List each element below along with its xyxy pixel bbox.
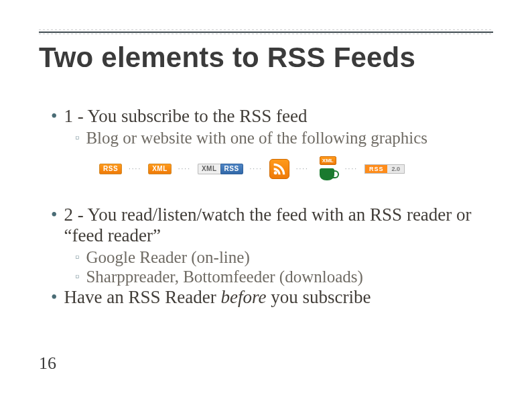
bullet-3-text: Have an RSS Reader before you subscribe — [64, 287, 371, 308]
bullet-1: • 1 - You subscribe to the RSS feed — [51, 106, 493, 127]
separator-dots-icon: ···· — [345, 165, 358, 172]
bullet-3-italic: before — [220, 287, 266, 307]
cup-flag-label: XML — [320, 156, 336, 165]
bullet-dot-icon: • — [51, 106, 57, 127]
bullet-3-prefix: Have an RSS Reader — [64, 287, 220, 307]
bullet-2-sub-1-text: Google Reader (on-line) — [86, 247, 249, 268]
xml-badge-icon: XML — [148, 164, 172, 174]
cup-body-icon — [320, 168, 334, 180]
bullet-dot-icon: • — [51, 287, 57, 308]
xml-rss-pair-icon: XML RSS — [198, 164, 243, 174]
bullet-3-suffix: you subscribe — [266, 287, 371, 307]
svg-point-0 — [273, 171, 277, 174]
separator-dots-icon: ···· — [129, 165, 141, 172]
sub-bullet-icon: ▫ — [75, 131, 79, 151]
bullet-1-sub-1-text: Blog or website with one of the followin… — [86, 128, 427, 148]
page-number: 16 — [39, 353, 56, 374]
bullet-1-text: 1 - You subscribe to the RSS feed — [64, 106, 307, 127]
rss20-right: 2.0 — [387, 165, 404, 173]
bullet-2-sub-1: ▫ Google Reader (on-line) — [75, 247, 493, 268]
bullet-2-sub-2-text: Sharppreader, Bottomfeeder (downloads) — [86, 267, 362, 287]
bullet-dot-icon: • — [51, 205, 57, 246]
sub-bullet-icon: ▫ — [75, 250, 79, 270]
title-rule — [39, 30, 493, 34]
rss-feed-icon — [269, 159, 289, 179]
bullet-2-text: 2 - You read/listen/watch the feed with … — [64, 205, 493, 246]
rss20-left: RSS — [365, 165, 388, 173]
bullet-2-sub-2: ▫ Sharppreader, Bottomfeeder (downloads) — [75, 267, 493, 287]
bullet-2: • 2 - You read/listen/watch the feed wit… — [51, 205, 493, 246]
rss-icons-row: RSS ···· XML ···· XML RSS ···· ···· XML … — [99, 158, 493, 180]
slide-title: Two elements to RSS Feeds — [39, 42, 415, 74]
separator-dots-icon: ···· — [296, 165, 309, 172]
separator-dots-icon: ···· — [178, 165, 191, 172]
rss-2-0-badge-icon: RSS 2.0 — [364, 164, 405, 174]
sub-bullet-icon: ▫ — [75, 270, 79, 290]
bullet-1-sub-1: ▫ Blog or website with one of the follow… — [75, 128, 493, 148]
rss-badge-icon: RSS — [99, 164, 122, 174]
rss-wave-icon — [273, 162, 286, 176]
xml-gray-badge-icon: XML — [198, 164, 220, 174]
bullet-3: • Have an RSS Reader before you subscrib… — [51, 287, 493, 308]
slide-body: • 1 - You subscribe to the RSS feed ▫ Bl… — [51, 106, 493, 309]
coffee-cup-xml-icon: XML — [316, 158, 338, 180]
rss-blue-badge-icon: RSS — [220, 164, 243, 174]
separator-dots-icon: ···· — [250, 165, 263, 172]
